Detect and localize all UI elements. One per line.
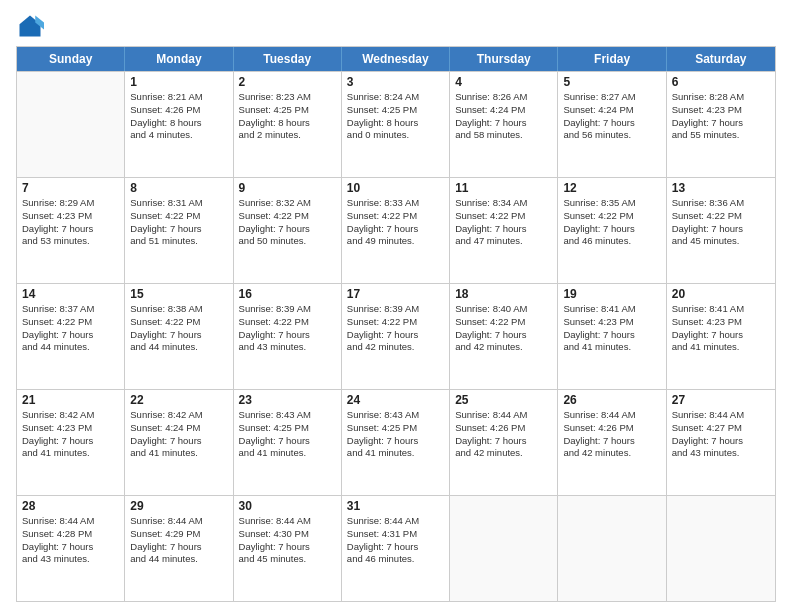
cell-info: Sunrise: 8:41 AM Sunset: 4:23 PM Dayligh… [563,303,660,354]
cell-date: 5 [563,75,660,89]
cell-date: 25 [455,393,552,407]
cell-date: 26 [563,393,660,407]
cell-info: Sunrise: 8:41 AM Sunset: 4:23 PM Dayligh… [672,303,770,354]
cell-date: 11 [455,181,552,195]
calendar: SundayMondayTuesdayWednesdayThursdayFrid… [16,46,776,602]
calendar-cell: 14Sunrise: 8:37 AM Sunset: 4:22 PM Dayli… [17,284,125,389]
cell-info: Sunrise: 8:37 AM Sunset: 4:22 PM Dayligh… [22,303,119,354]
cell-info: Sunrise: 8:43 AM Sunset: 4:25 PM Dayligh… [239,409,336,460]
calendar-cell: 27Sunrise: 8:44 AM Sunset: 4:27 PM Dayli… [667,390,775,495]
calendar-cell: 9Sunrise: 8:32 AM Sunset: 4:22 PM Daylig… [234,178,342,283]
cell-info: Sunrise: 8:44 AM Sunset: 4:31 PM Dayligh… [347,515,444,566]
calendar-header-thursday: Thursday [450,47,558,71]
cell-date: 7 [22,181,119,195]
calendar-header: SundayMondayTuesdayWednesdayThursdayFrid… [17,47,775,71]
logo-icon [16,12,44,40]
calendar-week-2: 7Sunrise: 8:29 AM Sunset: 4:23 PM Daylig… [17,177,775,283]
cell-date: 3 [347,75,444,89]
cell-date: 28 [22,499,119,513]
cell-date: 23 [239,393,336,407]
calendar-header-friday: Friday [558,47,666,71]
cell-date: 12 [563,181,660,195]
calendar-cell: 12Sunrise: 8:35 AM Sunset: 4:22 PM Dayli… [558,178,666,283]
cell-info: Sunrise: 8:44 AM Sunset: 4:29 PM Dayligh… [130,515,227,566]
cell-info: Sunrise: 8:44 AM Sunset: 4:28 PM Dayligh… [22,515,119,566]
calendar-cell [558,496,666,601]
cell-date: 18 [455,287,552,301]
cell-info: Sunrise: 8:34 AM Sunset: 4:22 PM Dayligh… [455,197,552,248]
calendar-header-wednesday: Wednesday [342,47,450,71]
cell-info: Sunrise: 8:32 AM Sunset: 4:22 PM Dayligh… [239,197,336,248]
cell-date: 4 [455,75,552,89]
cell-info: Sunrise: 8:21 AM Sunset: 4:26 PM Dayligh… [130,91,227,142]
page: SundayMondayTuesdayWednesdayThursdayFrid… [0,0,792,612]
calendar-cell: 13Sunrise: 8:36 AM Sunset: 4:22 PM Dayli… [667,178,775,283]
cell-date: 21 [22,393,119,407]
calendar-cell: 16Sunrise: 8:39 AM Sunset: 4:22 PM Dayli… [234,284,342,389]
calendar-cell: 6Sunrise: 8:28 AM Sunset: 4:23 PM Daylig… [667,72,775,177]
cell-info: Sunrise: 8:44 AM Sunset: 4:26 PM Dayligh… [455,409,552,460]
calendar-cell: 11Sunrise: 8:34 AM Sunset: 4:22 PM Dayli… [450,178,558,283]
calendar-cell: 23Sunrise: 8:43 AM Sunset: 4:25 PM Dayli… [234,390,342,495]
cell-date: 13 [672,181,770,195]
cell-date: 17 [347,287,444,301]
cell-date: 15 [130,287,227,301]
cell-info: Sunrise: 8:38 AM Sunset: 4:22 PM Dayligh… [130,303,227,354]
cell-info: Sunrise: 8:31 AM Sunset: 4:22 PM Dayligh… [130,197,227,248]
header [16,12,776,40]
calendar-week-1: 1Sunrise: 8:21 AM Sunset: 4:26 PM Daylig… [17,71,775,177]
calendar-cell: 20Sunrise: 8:41 AM Sunset: 4:23 PM Dayli… [667,284,775,389]
calendar-cell: 10Sunrise: 8:33 AM Sunset: 4:22 PM Dayli… [342,178,450,283]
calendar-cell: 2Sunrise: 8:23 AM Sunset: 4:25 PM Daylig… [234,72,342,177]
calendar-cell: 18Sunrise: 8:40 AM Sunset: 4:22 PM Dayli… [450,284,558,389]
calendar-cell: 15Sunrise: 8:38 AM Sunset: 4:22 PM Dayli… [125,284,233,389]
cell-info: Sunrise: 8:29 AM Sunset: 4:23 PM Dayligh… [22,197,119,248]
cell-info: Sunrise: 8:26 AM Sunset: 4:24 PM Dayligh… [455,91,552,142]
cell-info: Sunrise: 8:44 AM Sunset: 4:27 PM Dayligh… [672,409,770,460]
cell-date: 16 [239,287,336,301]
calendar-week-4: 21Sunrise: 8:42 AM Sunset: 4:23 PM Dayli… [17,389,775,495]
calendar-cell: 26Sunrise: 8:44 AM Sunset: 4:26 PM Dayli… [558,390,666,495]
calendar-cell: 19Sunrise: 8:41 AM Sunset: 4:23 PM Dayli… [558,284,666,389]
cell-info: Sunrise: 8:33 AM Sunset: 4:22 PM Dayligh… [347,197,444,248]
cell-info: Sunrise: 8:35 AM Sunset: 4:22 PM Dayligh… [563,197,660,248]
cell-info: Sunrise: 8:40 AM Sunset: 4:22 PM Dayligh… [455,303,552,354]
cell-date: 29 [130,499,227,513]
calendar-cell: 7Sunrise: 8:29 AM Sunset: 4:23 PM Daylig… [17,178,125,283]
cell-date: 10 [347,181,444,195]
calendar-cell: 4Sunrise: 8:26 AM Sunset: 4:24 PM Daylig… [450,72,558,177]
calendar-cell: 29Sunrise: 8:44 AM Sunset: 4:29 PM Dayli… [125,496,233,601]
calendar-cell [667,496,775,601]
calendar-cell: 17Sunrise: 8:39 AM Sunset: 4:22 PM Dayli… [342,284,450,389]
cell-info: Sunrise: 8:39 AM Sunset: 4:22 PM Dayligh… [239,303,336,354]
cell-info: Sunrise: 8:42 AM Sunset: 4:24 PM Dayligh… [130,409,227,460]
cell-date: 24 [347,393,444,407]
cell-info: Sunrise: 8:39 AM Sunset: 4:22 PM Dayligh… [347,303,444,354]
cell-date: 1 [130,75,227,89]
cell-date: 14 [22,287,119,301]
cell-info: Sunrise: 8:23 AM Sunset: 4:25 PM Dayligh… [239,91,336,142]
calendar-cell: 1Sunrise: 8:21 AM Sunset: 4:26 PM Daylig… [125,72,233,177]
cell-date: 2 [239,75,336,89]
cell-info: Sunrise: 8:28 AM Sunset: 4:23 PM Dayligh… [672,91,770,142]
calendar-body: 1Sunrise: 8:21 AM Sunset: 4:26 PM Daylig… [17,71,775,601]
cell-date: 22 [130,393,227,407]
calendar-cell: 28Sunrise: 8:44 AM Sunset: 4:28 PM Dayli… [17,496,125,601]
cell-date: 19 [563,287,660,301]
calendar-cell: 31Sunrise: 8:44 AM Sunset: 4:31 PM Dayli… [342,496,450,601]
cell-info: Sunrise: 8:44 AM Sunset: 4:26 PM Dayligh… [563,409,660,460]
cell-date: 8 [130,181,227,195]
calendar-header-tuesday: Tuesday [234,47,342,71]
cell-date: 30 [239,499,336,513]
cell-info: Sunrise: 8:24 AM Sunset: 4:25 PM Dayligh… [347,91,444,142]
cell-info: Sunrise: 8:27 AM Sunset: 4:24 PM Dayligh… [563,91,660,142]
calendar-cell: 22Sunrise: 8:42 AM Sunset: 4:24 PM Dayli… [125,390,233,495]
cell-date: 31 [347,499,444,513]
calendar-header-sunday: Sunday [17,47,125,71]
calendar-week-5: 28Sunrise: 8:44 AM Sunset: 4:28 PM Dayli… [17,495,775,601]
cell-info: Sunrise: 8:42 AM Sunset: 4:23 PM Dayligh… [22,409,119,460]
calendar-header-monday: Monday [125,47,233,71]
cell-date: 9 [239,181,336,195]
calendar-cell [450,496,558,601]
calendar-cell [17,72,125,177]
